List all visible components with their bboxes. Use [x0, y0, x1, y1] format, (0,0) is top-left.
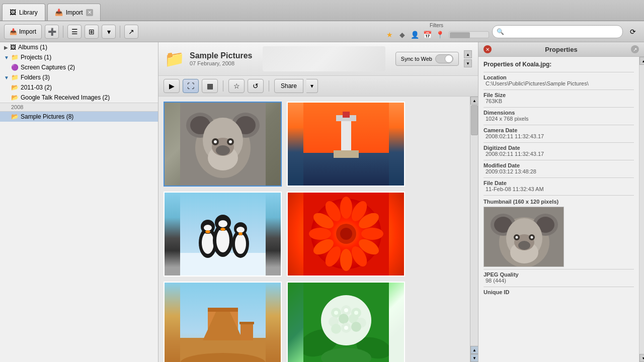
albums-icon: 🖼	[10, 44, 16, 51]
prop-dimensions-label: Dimensions	[484, 110, 634, 116]
filter-location-icon[interactable]: 📍	[434, 29, 445, 40]
svg-point-12	[229, 140, 232, 143]
photo-cell-desert[interactable]	[164, 282, 282, 362]
prop-filesize: File Size 763KB	[484, 92, 634, 104]
content-with-scroll: ▲ ▲ ▼	[158, 97, 478, 362]
add-button[interactable]: ➕	[45, 25, 59, 39]
svg-point-76	[334, 311, 338, 315]
tab-bar: 🖼 Library 📥 Import ✕	[0, 0, 644, 21]
props-scroll-down[interactable]: ▼	[639, 354, 644, 362]
prop-divider-5	[484, 142, 634, 143]
prop-jpeg-value: 98 (444)	[484, 278, 634, 284]
properties-close-button[interactable]: ✕	[484, 45, 492, 53]
scroll-thumb	[471, 105, 478, 135]
search-bar[interactable]: 🔍	[492, 25, 623, 38]
properties-expand-button[interactable]: ↗	[631, 45, 639, 53]
list-view-button[interactable]: ☰	[67, 25, 82, 39]
filter-calendar-icon[interactable]: 📅	[422, 29, 433, 40]
svg-point-23	[202, 232, 214, 254]
import-button[interactable]: 📥 Import	[4, 24, 42, 39]
svg-point-31	[220, 228, 225, 231]
prop-digitized: Digitized Date 2008:02:11 11:32:43.17	[484, 145, 634, 157]
rotate-button[interactable]: ↺	[248, 79, 264, 93]
thumbnail-section: Thumbnail (160 x 120 pixels)	[484, 199, 634, 267]
content-scroll-mid[interactable]: ▲	[470, 346, 478, 354]
svg-point-45	[340, 249, 352, 271]
header-image-strip	[263, 46, 385, 71]
svg-rect-19	[334, 150, 359, 158]
content-scroll-down[interactable]: ▼	[470, 354, 478, 362]
sidebar-item-sample-pictures[interactable]: 📂 Sample Pictures (8)	[0, 112, 158, 122]
sidebar-item-albums[interactable]: ▶ 🖼 Albums (1)	[0, 42, 158, 52]
prop-digitized-value: 2008:02:11 11:32:43.17	[484, 151, 634, 157]
ct-separator-2	[269, 80, 269, 92]
folders-label: Folders (3)	[21, 74, 154, 81]
tab-import[interactable]: 📥 Import ✕	[47, 4, 101, 21]
view-options-button[interactable]: ▾	[102, 25, 116, 39]
svg-point-42	[361, 228, 383, 240]
sidebar-item-projects[interactable]: ▼ 📁 Projects (1)	[0, 52, 158, 62]
sidebar-item-screen-captures[interactable]: 🟣 Screen Captures (2)	[0, 62, 158, 72]
grid-view-button[interactable]: ⊞	[85, 25, 99, 39]
props-scroll-up[interactable]: ▲	[639, 57, 644, 65]
photo-cell-flower[interactable]	[287, 192, 405, 277]
prop-dimensions: Dimensions 1024 x 768 pixels	[484, 110, 634, 122]
star-button[interactable]: ☆	[228, 79, 245, 93]
sidebar-item-2011[interactable]: 📂 2011-03 (2)	[0, 82, 158, 93]
screen-captures-icon: 🟣	[11, 64, 19, 71]
scroll-down-top[interactable]: ▼	[464, 59, 472, 67]
search-input[interactable]	[504, 28, 618, 35]
albums-label: Albums (1)	[18, 44, 154, 51]
import-icon: 📥	[10, 28, 17, 35]
sync-toggle[interactable]	[435, 54, 453, 63]
sidebar-item-googletalk[interactable]: 📂 Google Talk Received Images (2)	[0, 93, 158, 103]
svg-point-26	[205, 230, 210, 233]
fullscreen-button[interactable]: ⛶	[183, 79, 199, 93]
share-button[interactable]: Share	[274, 79, 303, 93]
photo-hydrangea	[288, 283, 404, 362]
share-dropdown-button[interactable]: ▾	[306, 79, 318, 93]
filter-slider[interactable]	[449, 31, 489, 38]
sync-button[interactable]: Sync to Web	[395, 52, 459, 66]
svg-point-77	[344, 308, 348, 312]
prop-location: Location C:\Users\Public\Pictures\Sample…	[484, 74, 634, 86]
scroll-track	[470, 105, 478, 346]
sidebar-item-folders[interactable]: ▼ 📁 Folders (3)	[0, 72, 158, 82]
photo-cell-koala[interactable]	[164, 102, 282, 187]
projects-icon: 📁	[11, 54, 19, 61]
svg-point-30	[218, 220, 227, 227]
photo-cell-penguins[interactable]	[164, 192, 282, 277]
share-toolbar-button[interactable]: ↗	[124, 25, 138, 39]
filter-person-icon[interactable]: 👤	[409, 29, 420, 40]
svg-point-35	[236, 227, 245, 233]
svg-point-33	[235, 234, 246, 254]
import-tab-icon: 📥	[55, 9, 63, 16]
prop-location-value: C:\Users\Public\Pictures\Sample Pictures…	[484, 80, 634, 86]
thumb-label: Thumbnail (160 x 120 pixels)	[484, 199, 634, 205]
properties-body-wrapper: Properties of Koala.jpg: Location C:\Use…	[478, 57, 644, 362]
content-header: 📁 Sample Pictures 07 February, 2008 Sync…	[158, 42, 478, 76]
penguins-svg	[180, 193, 266, 276]
import-tab-close[interactable]: ✕	[86, 9, 93, 16]
scroll-up-top[interactable]: ▲	[464, 50, 472, 58]
content-toolbar: ▶ ⛶ ▦ ☆ ↺ Share ▾	[158, 76, 478, 97]
filter-dot-icon[interactable]: ◆	[396, 29, 408, 40]
svg-point-13	[216, 145, 230, 155]
prop-divider-7	[484, 177, 634, 178]
photo-cell-lighthouse[interactable]	[287, 102, 405, 187]
layout-button[interactable]: ▦	[202, 79, 218, 93]
sync-label: Sync to Web	[401, 56, 432, 62]
filters-label: Filters	[430, 23, 443, 28]
toolbar-separator-2	[120, 26, 120, 38]
search-icon: 🔍	[497, 28, 504, 35]
desert-svg	[180, 283, 266, 362]
prop-filesize-value: 763KB	[484, 98, 634, 104]
filter-star-icon[interactable]: ★	[384, 29, 395, 40]
play-button[interactable]: ▶	[164, 79, 180, 93]
svg-point-73	[331, 324, 341, 334]
svg-point-91	[516, 236, 518, 239]
content-scroll-up[interactable]: ▲	[470, 97, 478, 105]
photo-cell-hydrangea[interactable]	[287, 282, 405, 362]
svg-rect-16	[341, 118, 351, 153]
tab-library[interactable]: 🖼 Library	[2, 4, 45, 21]
